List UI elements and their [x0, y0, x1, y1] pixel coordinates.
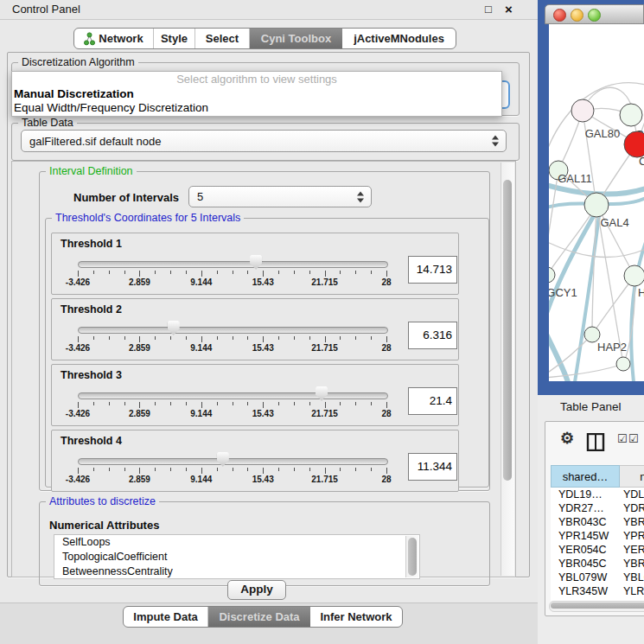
scale-label: -3.426 — [56, 277, 99, 287]
algorithm-option-manual[interactable]: Manual Discretization — [12, 87, 501, 101]
table-row[interactable]: YBL079WYBL0 — [551, 571, 644, 584]
network-node-gcy1[interactable] — [549, 267, 555, 283]
threshold-label: Threshold 4 — [61, 435, 122, 447]
tick-mark — [309, 468, 310, 471]
close-window-icon[interactable]: × — [505, 0, 513, 19]
threshold-slider-track[interactable] — [78, 392, 388, 399]
float-window-icon[interactable]: □ — [485, 0, 492, 19]
threshold-value-field[interactable]: 21.4 — [408, 387, 457, 415]
tick-mark — [263, 468, 264, 474]
horizontal-scrollbar[interactable] — [549, 601, 644, 612]
num-intervals-select[interactable]: 5 — [188, 186, 372, 207]
tick-mark — [340, 468, 341, 471]
algorithm-dropdown-popup: Select algorithm to view settings Manual… — [11, 71, 502, 117]
threshold-value-field[interactable]: 14.713 — [408, 256, 457, 284]
tab-select[interactable]: Select — [195, 29, 250, 48]
node-label: GCY1 — [549, 286, 577, 299]
cell-name: YLR3 — [620, 584, 644, 598]
table-row[interactable]: YER054CYER0 — [551, 543, 644, 557]
node-table-rows[interactable]: YDL19…YDL1YDR27…YDR2YBR043CYBR0YPR145WYP… — [551, 488, 644, 601]
cell-shared-name: YDL19… — [551, 488, 620, 501]
network-node-ga[interactable] — [620, 104, 642, 126]
scrollbar-thumb[interactable] — [408, 538, 417, 576]
list-scrollbar[interactable] — [405, 536, 418, 577]
threshold-label: Threshold 1 — [61, 238, 122, 250]
threshold-value-field[interactable]: 6.316 — [408, 322, 457, 349]
close-traffic-light-icon[interactable] — [553, 9, 566, 22]
attribute-list-item[interactable]: BetweennessCentrality — [54, 564, 419, 579]
control-panel-titlebar: Control Panel □ × — [0, 0, 538, 20]
table-row[interactable]: YBR043CYBR0 — [551, 515, 644, 529]
interval-definition-label: Interval Definition — [46, 165, 137, 178]
tick-mark — [170, 271, 171, 274]
scrollbar-thumb[interactable] — [503, 180, 512, 481]
checkbox-icon[interactable]: ☑ — [617, 432, 628, 445]
tab-jactivemnodules[interactable]: jActiveMNodules — [342, 29, 456, 48]
threshold-panel-2: Threshold 2-3.4262.8599.14415.4321.71528… — [51, 298, 459, 360]
checkbox-icon[interactable]: ☑ — [628, 432, 639, 445]
tab-style[interactable]: Style — [154, 29, 195, 48]
combo-stepper-icon — [357, 191, 364, 202]
minimize-traffic-light-icon[interactable] — [571, 9, 583, 22]
network-node-gal80[interactable] — [571, 99, 594, 122]
tick-mark — [386, 402, 387, 408]
tick-mark — [155, 336, 156, 340]
network-node-h[interactable] — [624, 265, 644, 286]
table-data-select[interactable]: galFiltered.sif default node — [21, 130, 507, 152]
table-row[interactable]: YBR045CYBR0 — [551, 557, 644, 571]
threshold-label: Threshold 2 — [61, 303, 122, 316]
column-header-name[interactable]: na — [620, 465, 644, 488]
split-column-icon[interactable] — [586, 433, 605, 455]
tab-impute-data[interactable]: Impute Data — [124, 607, 208, 627]
attribute-list-item[interactable]: SelfLoops — [54, 535, 419, 550]
application-window: Control Panel □ × NetworkStyleSelectCyni… — [0, 0, 644, 644]
scale-label: 15.43 — [241, 343, 284, 353]
network-node[interactable] — [616, 357, 630, 371]
network-view-canvas[interactable]: GAL80GACGAL11GAL4GCY1HHAP2 — [549, 24, 644, 381]
column-header-shared-name[interactable]: shared… — [551, 465, 620, 488]
network-window-titlebar[interactable] — [545, 4, 644, 24]
tick-mark — [186, 336, 187, 340]
tick-mark — [124, 468, 125, 471]
vertical-scrollbar[interactable] — [501, 163, 514, 576]
threshold-slider-track[interactable] — [78, 327, 388, 334]
threshold-panel-4: Threshold 4-3.4262.8599.14415.4321.71528… — [51, 430, 459, 492]
scrollbar-thumb[interactable] — [551, 603, 644, 609]
algorithm-group-label: Discretization Algorithm — [18, 56, 138, 69]
algorithm-option-equal-width[interactable]: Equal Width/Frequency Discretization — [12, 101, 501, 115]
table-row[interactable]: YPR145WYPR1 — [551, 529, 644, 543]
gear-icon[interactable]: ⚙ — [560, 429, 574, 448]
table-row[interactable]: YDL19…YDL1 — [551, 488, 644, 501]
table-row[interactable]: YLR345WYLR3 — [551, 584, 644, 598]
tick-mark — [355, 402, 356, 405]
tick-mark — [325, 336, 326, 342]
tab-discretize-data[interactable]: Discretize Data — [208, 607, 310, 627]
threshold-slider-track[interactable] — [78, 458, 388, 465]
attribute-list-item[interactable]: TopologicalCoefficient — [54, 550, 419, 564]
cell-shared-name: YBR043C — [551, 515, 620, 529]
scale-label: 28 — [365, 409, 408, 418]
threshold-value-field[interactable]: 11.344 — [408, 453, 457, 481]
network-node-gal4[interactable] — [584, 193, 609, 217]
tab-network[interactable]: Network — [74, 29, 154, 48]
cell-shared-name: YBL079W — [551, 571, 620, 584]
tab-cyni-toolbox[interactable]: Cyni Toolbox — [250, 29, 342, 48]
threshold-slider-track[interactable] — [78, 261, 388, 268]
node-label: HAP2 — [597, 341, 627, 354]
tick-mark — [278, 271, 279, 274]
table-row[interactable]: YDR27…YDR2 — [551, 501, 644, 515]
tick-mark — [109, 402, 110, 405]
tick-mark — [139, 271, 140, 277]
tick-mark — [309, 336, 310, 340]
tick-mark — [155, 402, 156, 405]
zoom-traffic-light-icon[interactable] — [588, 9, 601, 22]
scale-label: 21.715 — [303, 475, 347, 484]
control-panel-title: Control Panel — [12, 0, 80, 19]
table-panel-title: Table Panel — [560, 400, 622, 413]
tab-infer-network[interactable]: Infer Network — [310, 607, 402, 627]
numerical-attributes-list[interactable]: SelfLoopsTopologicalCoefficientBetweenne… — [54, 534, 420, 579]
num-intervals-value: 5 — [197, 190, 203, 203]
network-node-c[interactable] — [624, 131, 644, 157]
apply-button[interactable]: Apply — [227, 580, 286, 600]
algorithm-placeholder-option[interactable]: Select algorithm to view settings — [12, 72, 501, 87]
